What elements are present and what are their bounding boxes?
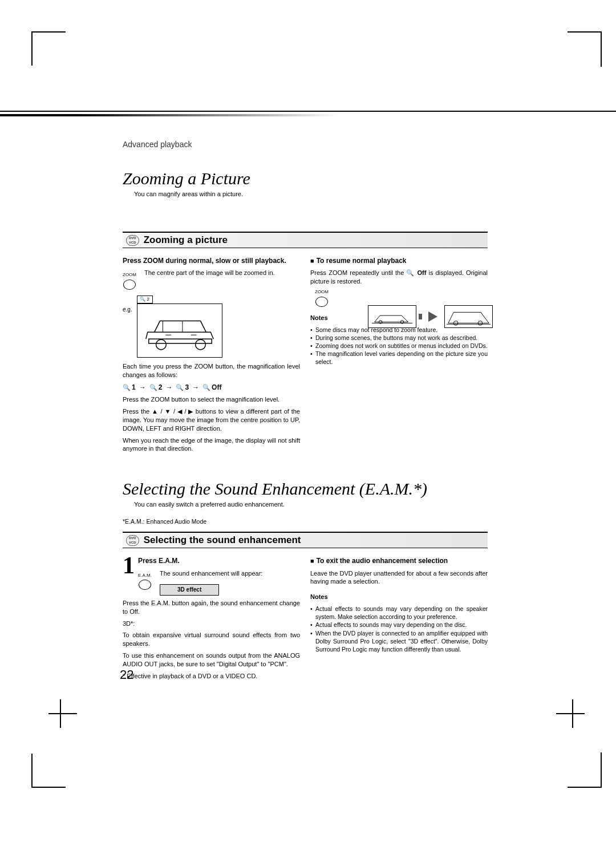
car-before-box — [368, 305, 416, 328]
section1-band-title: Zooming a picture — [144, 234, 228, 246]
resume-heading: To resume normal playback — [310, 256, 488, 265]
mag-1: 🔍1 — [123, 383, 136, 392]
appear-text: The sound enhancement will appear: — [160, 569, 300, 578]
section1-columns: Press ZOOM during normal, slow or still … — [123, 256, 488, 456]
magnification-sequence: 🔍1 → 🔍2 → 🔍3 → 🔍Off — [123, 383, 300, 392]
car-icon — [368, 306, 416, 327]
note-item: Some discs may not respond to zoom featu… — [310, 326, 488, 334]
section1-band: DVD VCD Zooming a picture — [123, 232, 488, 248]
crop-mark-bl — [31, 754, 66, 788]
crop-mark-tl — [31, 31, 66, 66]
mag-2: 🔍2 — [149, 383, 163, 392]
exit-heading: To exit the audio enhancement selection — [310, 556, 488, 565]
magnifier-icon: 🔍 — [123, 383, 131, 392]
mag-off: 🔍Off — [202, 383, 221, 392]
notes-list: Actual effects to sounds may vary depend… — [310, 605, 488, 653]
notes-list: Some discs may not respond to zoom featu… — [310, 326, 488, 366]
osd-display: 3D effect — [160, 584, 219, 596]
step-number: 1 — [123, 556, 135, 599]
eam-button-diagram: E.A.M. — [138, 569, 152, 590]
magnifier-icon: 🔍 — [140, 297, 145, 303]
eg-car-image — [137, 303, 222, 358]
magnifier-icon: 🔍 — [202, 383, 210, 392]
page-number: 22 — [120, 667, 133, 682]
manual-page: Advanced playback Zooming a Picture You … — [0, 0, 616, 842]
zoom-button-diagram: ZOOM — [123, 269, 136, 290]
magnifier-icon: 🔍 — [406, 269, 415, 276]
note-item: During some scenes, the buttons may not … — [310, 334, 488, 342]
button-circle-icon — [315, 297, 328, 307]
arrow-right-icon: → — [192, 383, 199, 392]
section2-title: Selecting the Sound Enhancement (E.A.M.*… — [123, 479, 488, 499]
crop-mark-br — [568, 754, 602, 788]
instr-press-zoom: Press ZOOM during normal, slow or still … — [123, 256, 300, 265]
note-item: Actual effects to sounds may vary depend… — [310, 621, 488, 629]
notes-heading: Notes — [310, 593, 488, 601]
register-mark-right — [545, 699, 585, 728]
breadcrumb: Advanced playback — [123, 140, 488, 149]
note-item: Actual effects to sounds may vary depend… — [310, 605, 488, 621]
zoom-effect-text: The centre part of the image will be zoo… — [144, 269, 300, 277]
arrow-right-icon: → — [165, 383, 172, 392]
button-circle-icon — [123, 280, 136, 290]
eg-label: e.g. — [123, 306, 132, 314]
step-1: 1 Press E.A.M. E.A.M. The sound enhancem… — [123, 556, 300, 599]
svg-point-0 — [156, 339, 166, 350]
section2-col-left: 1 Press E.A.M. E.A.M. The sound enhancem… — [123, 556, 300, 683]
eg-zoom-level: 2 — [147, 297, 149, 303]
arrow-stem-icon — [419, 314, 422, 319]
crop-mark-tr — [568, 31, 602, 66]
button-circle-icon — [139, 580, 151, 590]
disc-badge-vcd: VCD — [129, 241, 136, 245]
press-again-text: Press the E.A.M. button again, the sound… — [123, 599, 300, 616]
press-select-text: Press the ZOOM button to select the magn… — [123, 395, 300, 404]
note-item: When the DVD player is connected to an a… — [310, 629, 488, 654]
section2-band-title: Selecting the sound enhancement — [144, 535, 301, 546]
note-item: Zooming does not work on subtitles or me… — [310, 342, 488, 350]
section1-title: Zooming a Picture — [123, 169, 488, 188]
example-row: e.g. 🔍 2 — [123, 294, 300, 358]
svg-point-1 — [195, 339, 205, 350]
car-after-box — [444, 305, 493, 328]
edge-text: When you reach the edge of the image, th… — [123, 436, 300, 454]
step-heading: Press E.A.M. — [138, 556, 300, 565]
section2-band: DVD VCD Selecting the sound enhancement — [123, 532, 488, 548]
section2: Selecting the Sound Enhancement (E.A.M.*… — [123, 479, 488, 683]
eg-zoom-indicator: 🔍 2 — [137, 295, 153, 303]
section1-subtitle: You can magnify areas within a picture. — [134, 191, 488, 197]
effective-note: * Effective in playback of a DVD or a VI… — [123, 672, 300, 681]
content-area: Advanced playback Zooming a Picture You … — [123, 140, 488, 684]
note-item: The magnification level varies depending… — [310, 350, 488, 366]
zoom-button-label: ZOOM — [123, 272, 136, 278]
section1-col-right: To resume normal playback Press ZOOM rep… — [310, 256, 488, 456]
header-rule-thin — [0, 111, 616, 112]
3d-desc: To obtain expansive virtual surround sou… — [123, 631, 300, 648]
magnifier-icon: 🔍 — [176, 383, 184, 392]
section2-subtitle: You can easily switch a preferred audio … — [134, 501, 488, 508]
disc-badge: DVD VCD — [126, 535, 139, 546]
3d-heading: 3D*: — [123, 620, 300, 628]
register-mark-left — [48, 699, 88, 728]
mag-3: 🔍3 — [176, 383, 189, 392]
section2-col-right: To exit the audio enhancement selection … — [310, 556, 488, 683]
zoom-button-diagram: ZOOM — [310, 289, 333, 307]
exit-text: Leave the DVD player unattended for abou… — [310, 569, 488, 586]
disc-badge: DVD VCD — [126, 235, 139, 246]
magnifier-icon: 🔍 — [149, 383, 157, 392]
each-time-text: Each time you press the ZOOM button, the… — [123, 362, 300, 379]
section1-col-left: Press ZOOM during normal, slow or still … — [123, 256, 300, 456]
disc-badge-dvd: DVD — [129, 236, 136, 240]
car-zoom-icon — [445, 306, 492, 327]
analog-note: To use this enhancement on sounds output… — [123, 651, 300, 669]
zoom-button-label: ZOOM — [310, 289, 333, 295]
disc-badge-dvd: DVD — [129, 536, 136, 540]
car-large-icon — [137, 304, 222, 358]
disc-badge-vcd: VCD — [129, 541, 136, 545]
resume-text: Press ZOOM repeatedly until the 🔍 Off is… — [310, 269, 488, 286]
eam-button-label: E.A.M. — [138, 573, 152, 579]
eam-footnote: *E.A.M.: Enhanced Audio Mode — [123, 518, 488, 525]
arrow-right-icon — [428, 311, 437, 322]
press-move-text: Press the ▲ / ▼ / ◀ / ▶ buttons to view … — [123, 407, 300, 433]
arrow-right-icon: → — [139, 383, 146, 392]
header-rule-grad — [0, 114, 616, 116]
